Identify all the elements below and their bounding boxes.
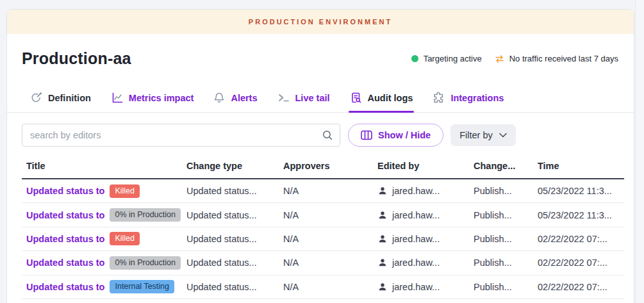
column-header-title[interactable]: Title [22, 161, 186, 171]
change-type-cell: Updated status... [186, 258, 283, 268]
table-row[interactable]: Updated status to Internal Testing Updat… [22, 275, 624, 299]
tab-live-tail-label: Live tail [295, 93, 330, 103]
table-row[interactable]: Updated status to Killed Updated status.… [22, 227, 624, 251]
tab-audit-logs-label: Audit logs [368, 93, 413, 103]
traffic-status: No traffic received last 7 days [495, 54, 618, 63]
column-header-time[interactable]: Time [538, 161, 624, 171]
page-header: Production-aa Targeting active No traffi… [7, 34, 634, 83]
person-icon [377, 282, 388, 292]
green-status-dot-icon [411, 55, 418, 62]
change-cell: Publish... [474, 258, 538, 268]
terminal-icon [277, 92, 290, 104]
status-badge: Internal Testing [110, 280, 174, 293]
person-icon [377, 234, 388, 244]
person-icon [377, 258, 388, 268]
edited-by-name: jared.haw... [392, 210, 440, 220]
change-type-cell: Updated status... [186, 210, 283, 220]
row-title-link[interactable]: Updated status to [26, 258, 104, 268]
header-status-area: Targeting active No traffic received las… [411, 54, 618, 63]
change-cell: Publish... [474, 210, 538, 220]
title-cell: Updated status to 0% in Production [22, 256, 186, 270]
tab-metrics-impact[interactable]: Metrics impact [111, 83, 194, 112]
tab-bar: Definition Metrics impact Alerts [7, 83, 634, 113]
edited-by-name: jared.haw... [392, 234, 440, 244]
traffic-status-label: No traffic received last 7 days [509, 54, 618, 63]
status-badge: 0% in Production [110, 208, 181, 222]
time-cell: 02/22/2022 07:... [538, 234, 624, 244]
title-cell: Updated status to Internal Testing [22, 280, 186, 293]
traffic-arrows-icon [495, 54, 504, 63]
change-cell: Publish... [474, 186, 538, 196]
environment-banner-label: PRODUCTION ENVIRONMENT [249, 18, 392, 26]
column-header-change-type[interactable]: Change type [186, 161, 283, 171]
row-title-link[interactable]: Updated status to [26, 186, 104, 196]
targeting-status: Targeting active [411, 54, 482, 63]
change-type-cell: Updated status... [186, 234, 283, 244]
tab-integrations[interactable]: Integrations [433, 83, 504, 112]
search-icon [322, 129, 333, 141]
status-badge: Killed [110, 184, 140, 198]
table-row[interactable]: Updated status to 0% in Production Updat… [22, 251, 624, 275]
title-cell: Updated status to 0% in Production [22, 208, 186, 222]
time-cell: 05/23/2022 11:3... [538, 186, 624, 196]
status-badge: Killed [110, 232, 140, 245]
row-title-link[interactable]: Updated status to [26, 282, 104, 292]
title-cell: Updated status to Killed [22, 184, 186, 198]
audit-log-table: Title Change type Approvers Edited by Ch… [22, 155, 624, 299]
time-cell: 02/22/2022 07:... [538, 258, 624, 268]
search-input[interactable] [22, 124, 340, 147]
tab-alerts[interactable]: Alerts [213, 83, 257, 112]
person-icon [377, 186, 388, 196]
status-badge: 0% in Production [110, 256, 181, 270]
approvers-cell: N/A [283, 186, 377, 196]
tab-definition-label: Definition [48, 93, 91, 103]
tab-integrations-label: Integrations [450, 93, 504, 103]
change-type-cell: Updated status... [186, 282, 283, 292]
production-environment-banner: PRODUCTION ENVIRONMENT [7, 10, 634, 34]
chevron-down-icon [499, 133, 507, 138]
edited-by-name: jared.haw... [392, 282, 440, 292]
table-row[interactable]: Updated status to 0% in Production Updat… [22, 203, 624, 227]
row-title-link[interactable]: Updated status to [26, 234, 104, 244]
metrics-chart-icon [111, 92, 123, 104]
approvers-cell: N/A [283, 210, 377, 220]
toolbar: Show / Hide Filter by [22, 124, 619, 147]
edited-by-cell: jared.haw... [377, 234, 474, 244]
person-icon [377, 210, 388, 220]
time-cell: 05/23/2022 11:3... [538, 210, 624, 220]
table-header-row: Title Change type Approvers Edited by Ch… [22, 155, 624, 179]
time-cell: 02/22/2022 07:... [538, 282, 624, 292]
column-header-approvers[interactable]: Approvers [283, 161, 377, 171]
scrollbar-gutter[interactable] [635, 0, 644, 303]
definition-gauge-icon [30, 92, 42, 104]
puzzle-icon [433, 92, 445, 104]
approvers-cell: N/A [283, 234, 377, 244]
environment-card: PRODUCTION ENVIRONMENT Production-aa Tar… [6, 9, 634, 303]
table-row[interactable]: Updated status to Killed Updated status.… [22, 179, 624, 203]
audit-document-search-icon [350, 92, 362, 104]
page-title: Production-aa [22, 49, 131, 68]
edited-by-name: jared.haw... [392, 186, 440, 196]
column-header-change[interactable]: Change... [474, 161, 538, 171]
tab-metrics-impact-label: Metrics impact [129, 93, 194, 103]
row-title-link[interactable]: Updated status to [26, 210, 104, 220]
filter-by-label: Filter by [459, 130, 493, 140]
show-hide-label: Show / Hide [378, 130, 431, 140]
edited-by-cell: jared.haw... [377, 282, 474, 292]
change-cell: Publish... [474, 234, 538, 244]
show-hide-button[interactable]: Show / Hide [348, 124, 443, 147]
tab-definition[interactable]: Definition [30, 83, 91, 112]
change-type-cell: Updated status... [186, 186, 283, 196]
bell-icon [213, 92, 225, 104]
tab-live-tail[interactable]: Live tail [277, 83, 330, 112]
title-cell: Updated status to Killed [22, 232, 186, 245]
edited-by-name: jared.haw... [392, 258, 440, 268]
edited-by-cell: jared.haw... [377, 210, 474, 220]
filter-by-button[interactable]: Filter by [450, 124, 516, 146]
edited-by-cell: jared.haw... [377, 258, 474, 268]
tab-audit-logs[interactable]: Audit logs [350, 83, 413, 112]
column-header-edited-by[interactable]: Edited by [377, 161, 474, 171]
targeting-status-label: Targeting active [424, 54, 482, 63]
tab-alerts-label: Alerts [231, 93, 257, 103]
columns-icon [361, 130, 372, 140]
